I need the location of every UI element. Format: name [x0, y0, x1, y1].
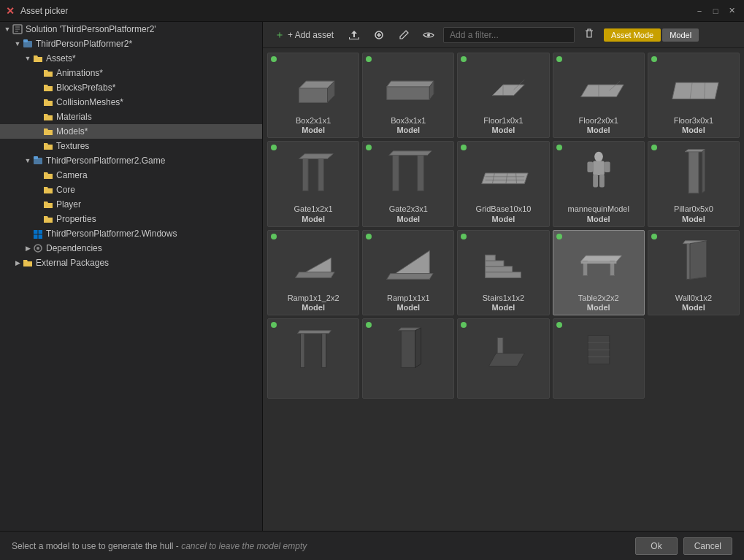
sidebar-item-assets[interactable]: Assets* [0, 51, 262, 66]
asset-card[interactable]: Box3x1x1Model [362, 53, 454, 138]
svg-rect-28 [302, 158, 308, 191]
asset-card[interactable]: Table2x2x2Model [553, 230, 645, 315]
asset-card[interactable]: Ramp1x1x1Model [362, 230, 454, 315]
asset-card[interactable] [267, 318, 359, 399]
sidebar-item-externalpackages[interactable]: External Packages [0, 256, 262, 270]
sidebar-item-textures[interactable]: Textures [0, 139, 262, 153]
folder-icon [22, 257, 34, 269]
ok-button[interactable]: Ok [635, 537, 677, 555]
add-asset-button[interactable]: ＋ + Add asset [269, 26, 340, 44]
asset-thumbnail [284, 235, 342, 290]
asset-status-dot [651, 145, 657, 150]
asset-card[interactable]: Floor2x0x1Model [553, 53, 645, 138]
folder-icon [42, 199, 54, 210]
content-area: Solution 'ThirdPersonPlatformer2'ThirdPe… [0, 22, 744, 531]
asset-status-dot [556, 145, 562, 150]
folder-icon [42, 126, 54, 137]
asset-card[interactable]: Gate2x3x1Model [362, 141, 454, 226]
sidebar-item-windows[interactable]: ThirdPersonPlatformer2.Windows [0, 226, 262, 241]
sidebar-item-models[interactable]: Models* [0, 124, 262, 139]
filter-input[interactable] [443, 27, 575, 43]
asset-type: Model [302, 126, 325, 134]
game-icon [32, 155, 44, 166]
sidebar[interactable]: Solution 'ThirdPersonPlatformer2'ThirdPe… [0, 22, 263, 531]
folder-icon [42, 184, 54, 196]
asset-status-dot [556, 56, 562, 62]
sidebar-item-core[interactable]: Core [0, 183, 262, 197]
asset-card[interactable]: Gate1x2x1Model [267, 141, 359, 226]
tree-label-core: Core [56, 185, 75, 195]
asset-card[interactable] [457, 318, 549, 399]
asset-thumbnail [569, 146, 628, 201]
sidebar-item-camera[interactable]: Camera [0, 168, 262, 183]
asset-name: Floor2x0x1 [578, 115, 618, 126]
asset-card[interactable]: Stairs1x1x2Model [457, 230, 549, 315]
sidebar-item-animations[interactable]: Animations* [0, 66, 262, 80]
title-bar-left: ✕ Asset picker [6, 5, 68, 17]
svg-rect-4 [34, 156, 38, 159]
asset-type: Model [587, 215, 610, 223]
tree-label-windows: ThirdPersonPlatformer2.Windows [46, 229, 177, 239]
maximize-button[interactable]: □ [709, 4, 722, 18]
asset-card[interactable]: Floor3x0x1Model [648, 53, 740, 138]
sidebar-item-dependencies[interactable]: Dependencies [0, 241, 262, 256]
svg-rect-31 [393, 155, 399, 191]
sidebar-item-project[interactable]: ThirdPersonPlatformer2* [0, 37, 262, 51]
tree-label-materials: Materials [56, 112, 92, 122]
delete-button[interactable] [579, 26, 599, 44]
svg-rect-65 [322, 334, 326, 368]
edit-button[interactable] [394, 27, 414, 43]
asset-name: Floor1x0x1 [483, 115, 523, 126]
export-button[interactable] [344, 27, 364, 43]
asset-card[interactable] [553, 318, 645, 399]
asset-card[interactable]: Wall0x1x2Model [648, 230, 740, 315]
sidebar-item-game[interactable]: ThirdPersonPlatformer2.Game [0, 153, 262, 168]
asset-card[interactable]: GridBase10x10Model [457, 141, 549, 226]
tree-label-properties: Properties [56, 214, 96, 224]
asset-thumbnail [474, 235, 532, 290]
sidebar-item-collisionmeshes[interactable]: CollisionMeshes* [0, 95, 262, 110]
svg-marker-70 [489, 353, 525, 367]
asset-name: Wall0x1x2 [675, 293, 712, 303]
asset-mode-button[interactable]: Asset Mode [604, 28, 661, 42]
asset-status-dot [461, 234, 467, 239]
asset-thumbnail [569, 323, 628, 378]
asset-card[interactable]: Pillar0x5x0Model [648, 141, 740, 226]
minimize-button[interactable]: − [693, 4, 706, 18]
asset-card[interactable]: Floor1x0x1Model [457, 53, 549, 138]
asset-status-dot [461, 322, 467, 328]
asset-card[interactable]: Box2x1x1Model [267, 53, 359, 138]
tree-label-dependencies: Dependencies [46, 243, 102, 253]
tree-label-solution: Solution 'ThirdPersonPlatformer2' [26, 24, 156, 34]
cancel-button[interactable]: Cancel [683, 537, 732, 555]
asset-name: Ramp1x1_2x2 [288, 293, 340, 303]
eye-button[interactable] [418, 27, 439, 43]
sidebar-item-player[interactable]: Player [0, 197, 262, 212]
asset-grid-container[interactable]: Box2x1x1ModelBox3x1x1ModelFloor1x0x1Mode… [263, 48, 744, 531]
asset-thumbnail [379, 58, 437, 112]
import-button[interactable] [369, 27, 389, 43]
project-icon [22, 38, 34, 50]
svg-rect-43 [604, 161, 610, 172]
sidebar-item-properties[interactable]: Properties [0, 212, 262, 226]
tree-label-collisionmeshes: CollisionMeshes* [56, 97, 123, 107]
sidebar-item-materials[interactable]: Materials [0, 110, 262, 124]
model-mode-button[interactable]: Model [662, 28, 699, 42]
asset-thumbnail [284, 58, 342, 112]
asset-type: Model [682, 303, 705, 312]
asset-status-dot [366, 56, 372, 62]
asset-card[interactable] [362, 318, 454, 399]
asset-name: Pillar0x5x0 [674, 204, 713, 214]
folder-icon [42, 96, 54, 108]
import-icon [373, 29, 385, 41]
svg-rect-54 [486, 266, 513, 272]
asset-type: Model [492, 303, 515, 312]
sidebar-item-solution[interactable]: Solution 'ThirdPersonPlatformer2' [0, 22, 262, 37]
tree-label-game: ThirdPersonPlatformer2.Game [46, 156, 165, 166]
asset-card[interactable]: Ramp1x1_2x2Model [267, 230, 359, 315]
sidebar-item-blocksprefabs[interactable]: BlocksPrefabs* [0, 80, 262, 95]
asset-card[interactable]: mannequinModelModel [553, 141, 645, 226]
tree-arrow-solution [3, 25, 12, 34]
tree-label-player: Player [56, 199, 81, 210]
close-button[interactable]: ✕ [725, 4, 738, 18]
